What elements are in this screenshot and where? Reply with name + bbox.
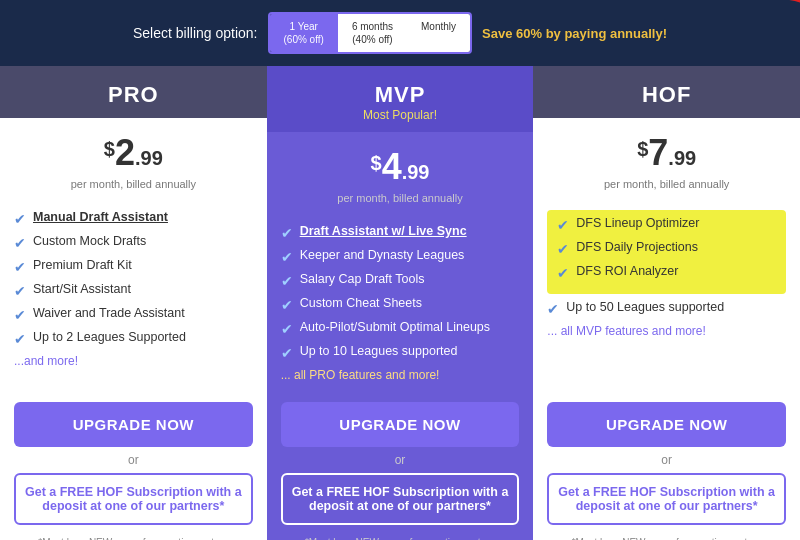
check-icon: ✔: [281, 249, 293, 265]
plan-pro-billed: per month, billed annually: [0, 178, 267, 200]
plan-pro-main: 2: [115, 132, 135, 173]
plan-hof-price-amount: $7.99: [543, 132, 790, 174]
plan-mvp-dollar: $: [371, 152, 382, 175]
check-icon: ✔: [557, 217, 569, 233]
plan-pro-header: PRO: [0, 66, 267, 118]
plan-mvp-name: MVP: [277, 82, 524, 108]
plan-mvp-header: MVP Most Popular!: [267, 66, 534, 132]
more-link[interactable]: ... all MVP features and more!: [547, 324, 786, 338]
plan-pro-cents: .99: [135, 147, 163, 169]
plan-pro-upgrade-section: UPGRADE NOW or Get a FREE HOF Subscripti…: [0, 392, 267, 531]
billing-option-annual[interactable]: 1 Year (60% off): [270, 14, 338, 52]
feature-text: DFS Lineup Optimizer: [576, 216, 699, 230]
plan-pro: PRO $2.99 per month, billed annually ✔ M…: [0, 66, 267, 540]
feature-text: Custom Cheat Sheets: [300, 296, 422, 310]
check-icon: ✔: [14, 211, 26, 227]
plan-hof-upgrade-section: UPGRADE NOW or Get a FREE HOF Subscripti…: [533, 392, 800, 531]
more-link[interactable]: ... all PRO features and more!: [281, 368, 520, 382]
more-link[interactable]: ...and more!: [14, 354, 253, 368]
feature-text: Keeper and Dynasty Leagues: [300, 248, 465, 262]
check-icon: ✔: [281, 297, 293, 313]
mvp-free-sub-button[interactable]: Get a FREE HOF Subscription with a depos…: [281, 473, 520, 525]
feature-item: ✔ DFS Lineup Optimizer: [557, 216, 776, 233]
check-icon: ✔: [14, 307, 26, 323]
plan-hof-price: $7.99: [533, 118, 800, 178]
feature-item: ✔ Manual Draft Assistant: [14, 210, 253, 227]
check-icon: ✔: [547, 301, 559, 317]
plan-mvp-cents: .99: [402, 161, 430, 183]
plan-hof-cents: .99: [668, 147, 696, 169]
billing-option-semi-label: 6 months: [352, 20, 393, 33]
plan-hof-main: 7: [648, 132, 668, 173]
most-popular-badge: Most Popular!: [277, 108, 524, 122]
feature-text: DFS ROI Analyzer: [576, 264, 678, 278]
feature-text: Premium Draft Kit: [33, 258, 132, 272]
save-text: Save 60% by paying annually!: [482, 26, 667, 41]
plan-mvp-billed: per month, billed annually: [267, 192, 534, 214]
plan-hof: HOF $7.99 per month, billed annually ✔ D…: [533, 66, 800, 540]
billing-option-monthly-label: Monthly: [421, 20, 456, 33]
feature-item: ✔ Up to 2 Leagues Supported: [14, 330, 253, 347]
feature-item: ✔ DFS Daily Projections: [557, 240, 776, 257]
billing-option-annual-label: 1 Year: [284, 20, 324, 33]
feature-item: ✔ Premium Draft Kit: [14, 258, 253, 275]
hof-free-sub-button[interactable]: Get a FREE HOF Subscription with a depos…: [547, 473, 786, 525]
feature-text: DFS Daily Projections: [576, 240, 698, 254]
check-icon: ✔: [281, 225, 293, 241]
billing-option-monthly[interactable]: Monthly: [407, 14, 470, 52]
pro-upgrade-button[interactable]: UPGRADE NOW: [14, 402, 253, 447]
feature-text: Manual Draft Assistant: [33, 210, 168, 224]
feature-item: ✔ Start/Sit Assistant: [14, 282, 253, 299]
feature-item: ✔ DFS ROI Analyzer: [557, 264, 776, 281]
feature-item: ✔ Waiver and Trade Assistant: [14, 306, 253, 323]
feature-item: ✔ Custom Mock Drafts: [14, 234, 253, 251]
feature-text: Draft Assistant w/ Live Sync: [300, 224, 467, 238]
plan-mvp-price: $4.99: [267, 132, 534, 192]
check-icon: ✔: [14, 283, 26, 299]
feature-item: ✔ Up to 50 Leagues supported: [547, 300, 786, 317]
plan-hof-billed: per month, billed annually: [533, 178, 800, 200]
pro-or-text: or: [14, 453, 253, 467]
mvp-or-text: or: [281, 453, 520, 467]
plan-pro-price: $2.99: [0, 118, 267, 178]
check-icon: ✔: [281, 321, 293, 337]
plan-mvp-upgrade-section: UPGRADE NOW or Get a FREE HOF Subscripti…: [267, 392, 534, 531]
feature-text: Waiver and Trade Assistant: [33, 306, 185, 320]
mvp-upgrade-button[interactable]: UPGRADE NOW: [281, 402, 520, 447]
feature-item: ✔ Draft Assistant w/ Live Sync: [281, 224, 520, 241]
feature-item: ✔ Custom Cheat Sheets: [281, 296, 520, 313]
check-icon: ✔: [557, 241, 569, 257]
plan-mvp: MVP Most Popular! $4.99 per month, bille…: [267, 66, 534, 540]
hof-upgrade-button[interactable]: UPGRADE NOW: [547, 402, 786, 447]
check-icon: ✔: [14, 235, 26, 251]
billing-bar: Select billing option: 1 Year (60% off) …: [0, 0, 800, 66]
check-icon: ✔: [14, 259, 26, 275]
plan-hof-features: ✔ DFS Lineup Optimizer ✔ DFS Daily Proje…: [533, 200, 800, 392]
billing-options: 1 Year (60% off) 6 months (40% off) Mont…: [268, 12, 473, 54]
feature-text: Start/Sit Assistant: [33, 282, 131, 296]
plan-pro-features: ✔ Manual Draft Assistant ✔ Custom Mock D…: [0, 200, 267, 392]
feature-text: Custom Mock Drafts: [33, 234, 146, 248]
pro-free-sub-button[interactable]: Get a FREE HOF Subscription with a depos…: [14, 473, 253, 525]
plan-hof-dollar: $: [637, 138, 648, 161]
billing-label: Select billing option:: [133, 25, 258, 41]
billing-option-semi-sub: (40% off): [352, 33, 393, 46]
feature-item: ✔ Auto-Pilot/Submit Optimal Lineups: [281, 320, 520, 337]
billing-option-annual-sub: (60% off): [284, 33, 324, 46]
feature-text: Up to 10 Leagues supported: [300, 344, 458, 358]
hof-highlight-box: ✔ DFS Lineup Optimizer ✔ DFS Daily Proje…: [547, 210, 786, 294]
plans-container: PRO $2.99 per month, billed annually ✔ M…: [0, 66, 800, 540]
plan-pro-price-amount: $2.99: [10, 132, 257, 174]
billing-option-semi[interactable]: 6 months (40% off): [338, 14, 407, 52]
feature-item: ✔ Salary Cap Draft Tools: [281, 272, 520, 289]
feature-item: ✔ Keeper and Dynasty Leagues: [281, 248, 520, 265]
check-icon: ✔: [281, 345, 293, 361]
plan-mvp-main: 4: [382, 146, 402, 187]
feature-text: Auto-Pilot/Submit Optimal Lineups: [300, 320, 490, 334]
check-icon: ✔: [14, 331, 26, 347]
plan-mvp-price-amount: $4.99: [277, 146, 524, 188]
plan-mvp-features: ✔ Draft Assistant w/ Live Sync ✔ Keeper …: [267, 214, 534, 392]
plan-hof-header: HOF: [533, 66, 800, 118]
feature-item: ✔ Up to 10 Leagues supported: [281, 344, 520, 361]
plan-pro-dollar: $: [104, 138, 115, 161]
